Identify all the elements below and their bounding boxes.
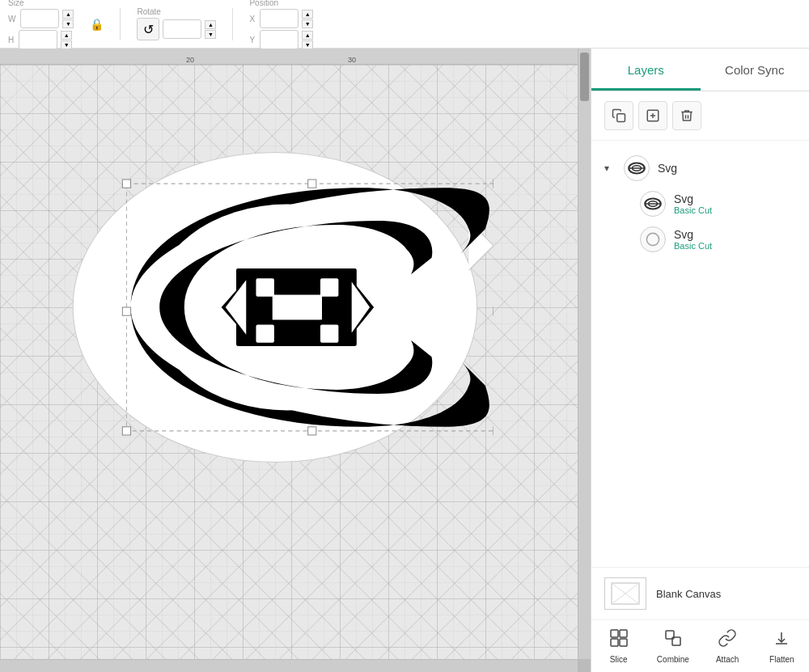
toolbar: Size W ▲ ▼ H ▲ ▼ 🔒 Rotate ↺ ▲ ▼ xyxy=(0,0,809,49)
height-label: H xyxy=(8,36,14,44)
layer-item-child-2[interactable]: Svg Basic Cut xyxy=(591,222,809,257)
rotate-input[interactable] xyxy=(163,19,201,39)
expand-icon[interactable]: ▾ xyxy=(604,163,616,174)
flatten-icon xyxy=(772,628,791,652)
main-area: 20 30 xyxy=(0,49,809,672)
svg-rect-17 xyxy=(122,180,130,188)
rotate-down-btn[interactable]: ▼ xyxy=(205,30,216,39)
svg-rect-8 xyxy=(256,324,273,342)
svg-rect-7 xyxy=(256,278,273,296)
layers-list: ▾ Svg xyxy=(591,141,809,567)
layer-item-child-1[interactable]: Svg Basic Cut xyxy=(591,186,809,222)
rotate-ccw-btn[interactable]: ↺ xyxy=(137,18,159,40)
rotate-spinner: ▲ ▼ xyxy=(205,20,216,39)
svg-rect-41 xyxy=(611,639,618,646)
slice-icon xyxy=(609,628,629,652)
layer-item-root[interactable]: ▾ Svg xyxy=(591,150,809,186)
scrollbar-corner xyxy=(578,659,591,672)
delete-layer-btn[interactable] xyxy=(672,101,701,130)
layer-thumb-root xyxy=(624,155,650,181)
x-up-btn[interactable]: ▲ xyxy=(302,10,313,19)
y-down-btn[interactable]: ▼ xyxy=(302,40,313,49)
svg-rect-15 xyxy=(273,295,322,320)
layer-name-root: Svg xyxy=(658,162,796,175)
artwork-svg xyxy=(65,137,493,477)
canvas-wrapper: 20 30 xyxy=(0,49,591,672)
height-up-btn[interactable]: ▲ xyxy=(61,31,72,40)
y-input[interactable] xyxy=(260,30,299,49)
right-panel: Layers Color Sync xyxy=(591,49,809,672)
scrollbar-horizontal[interactable] xyxy=(0,659,578,672)
svg-rect-23 xyxy=(308,427,316,435)
layer-info-child-1: Svg Basic Cut xyxy=(674,192,796,215)
combine-icon xyxy=(663,628,683,652)
lock-icon[interactable]: 🔒 xyxy=(90,18,104,31)
x-down-btn[interactable]: ▼ xyxy=(302,19,313,28)
combine-label: Combine xyxy=(657,655,689,664)
layer-sub-child-1: Basic Cut xyxy=(674,205,796,215)
height-spinner: ▲ ▼ xyxy=(61,31,72,49)
layer-info-child-2: Svg Basic Cut xyxy=(674,228,796,251)
layer-name-child-2: Svg xyxy=(674,228,796,241)
attach-icon xyxy=(718,628,737,652)
tab-layers[interactable]: Layers xyxy=(591,49,701,91)
svg-rect-18 xyxy=(308,180,316,188)
add-layer-btn[interactable] xyxy=(638,101,667,130)
svg-rect-20 xyxy=(122,307,130,315)
attach-label: Attach xyxy=(716,655,739,664)
attach-button[interactable]: Attach xyxy=(701,620,755,672)
x-input[interactable] xyxy=(260,9,299,28)
flatten-label: Flatten xyxy=(769,655,794,664)
layer-sub-child-2: Basic Cut xyxy=(674,241,796,251)
canvas-grid[interactable] xyxy=(0,65,578,659)
panel-toolbar xyxy=(591,91,809,141)
panel-bottom-actions: Slice Combine Attach xyxy=(591,619,809,672)
width-down-btn[interactable]: ▼ xyxy=(62,19,74,28)
x-spinner: ▲ ▼ xyxy=(302,10,313,28)
position-group: Position X ▲ ▼ Y ▲ ▼ xyxy=(249,0,313,49)
y-up-btn[interactable]: ▲ xyxy=(302,31,313,40)
svg-point-35 xyxy=(646,233,659,245)
position-label: Position xyxy=(249,0,278,7)
ruler-horizontal: 20 30 xyxy=(0,49,578,65)
height-down-btn[interactable]: ▼ xyxy=(61,40,72,49)
ruler-mark-30: 30 xyxy=(348,56,356,64)
tab-color-sync[interactable]: Color Sync xyxy=(701,49,810,91)
blank-canvas-area: Blank Canvas xyxy=(591,567,809,619)
x-label: X xyxy=(249,15,255,23)
slice-label: Slice xyxy=(610,655,628,664)
slice-button[interactable]: Slice xyxy=(591,620,646,672)
y-spinner: ▲ ▼ xyxy=(302,31,313,49)
layer-name-child-1: Svg xyxy=(674,192,796,205)
layer-thumb-child-2 xyxy=(640,226,666,252)
scrollbar-thumb-v[interactable] xyxy=(580,53,589,101)
width-up-btn[interactable]: ▲ xyxy=(62,10,74,19)
svg-rect-25 xyxy=(617,114,625,122)
size-group: Size W ▲ ▼ H ▲ ▼ xyxy=(8,0,74,49)
divider-1 xyxy=(120,8,121,40)
ruler-mark-20: 20 xyxy=(186,56,194,64)
rotate-up-btn[interactable]: ▲ xyxy=(205,20,216,29)
flatten-button[interactable]: Flatten xyxy=(755,620,809,672)
scrollbar-vertical[interactable] xyxy=(578,49,591,659)
combine-button[interactable]: Combine xyxy=(646,620,700,672)
svg-rect-42 xyxy=(620,639,627,646)
layer-group-root: ▾ Svg xyxy=(591,147,809,260)
width-spinner: ▲ ▼ xyxy=(62,10,74,28)
width-label: W xyxy=(8,15,15,23)
artwork-container[interactable] xyxy=(65,137,493,477)
blank-canvas-label: Blank Canvas xyxy=(656,588,721,600)
layer-info-root: Svg xyxy=(658,162,796,175)
divider-2 xyxy=(232,8,233,40)
width-input[interactable] xyxy=(20,9,59,28)
height-input[interactable] xyxy=(19,30,57,49)
panel-tabs: Layers Color Sync xyxy=(591,49,809,91)
svg-rect-5 xyxy=(236,268,357,295)
svg-rect-40 xyxy=(620,630,627,637)
svg-rect-9 xyxy=(320,278,338,296)
copy-layer-btn[interactable] xyxy=(604,101,633,130)
y-label: Y xyxy=(249,36,255,44)
size-label: Size xyxy=(8,0,23,7)
rotate-group: Rotate ↺ ▲ ▼ xyxy=(137,7,216,40)
rotate-label: Rotate xyxy=(137,7,160,16)
